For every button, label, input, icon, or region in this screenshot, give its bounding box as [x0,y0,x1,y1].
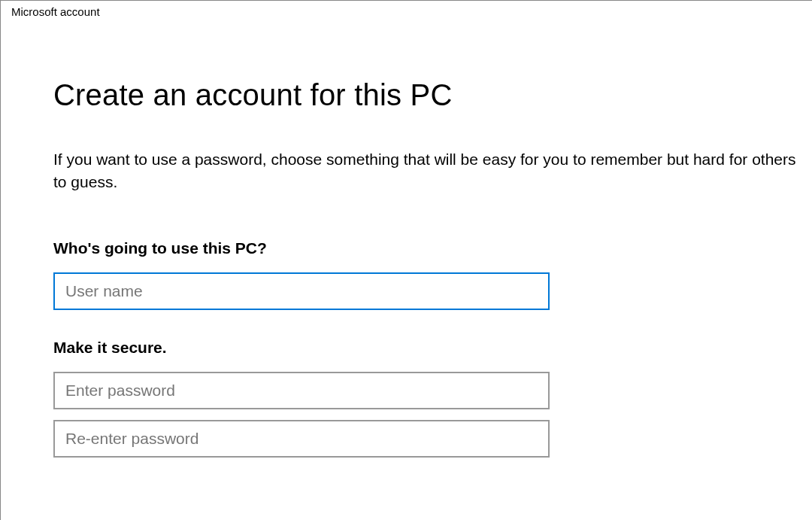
confirm-password-input[interactable] [53,420,550,458]
username-section-label: Who's going to use this PC? [53,239,801,257]
username-section: Who's going to use this PC? [53,239,801,310]
account-setup-window: Microsoft account Create an account for … [0,0,812,520]
password-input[interactable] [53,372,550,409]
password-section-label: Make it secure. [53,339,801,357]
page-description: If you want to use a password, choose so… [53,148,801,194]
content-area: Create an account for this PC If you wan… [1,21,812,458]
page-heading: Create an account for this PC [53,78,801,112]
password-section: Make it secure. [53,339,801,458]
username-input[interactable] [53,272,550,310]
window-title: Microsoft account [1,1,812,21]
